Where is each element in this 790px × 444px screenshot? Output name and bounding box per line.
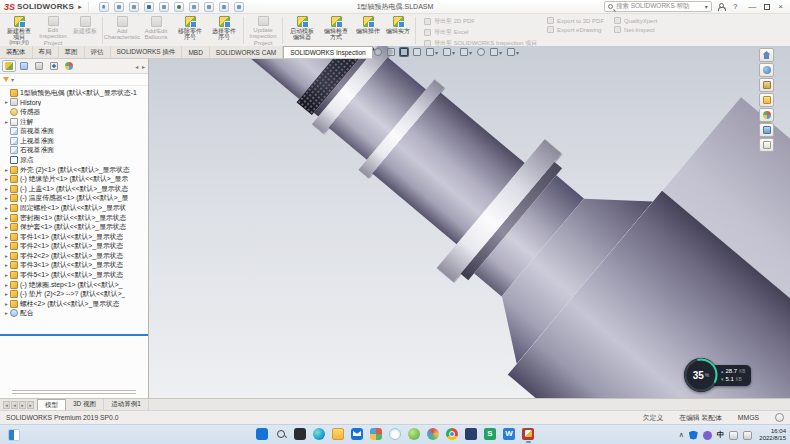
menu-flyout-icon[interactable]: ▸ bbox=[78, 3, 82, 11]
security-shield-icon[interactable] bbox=[689, 431, 698, 440]
apply-scene-dropdown-icon[interactable]: ▾ bbox=[499, 49, 502, 56]
tree-item[interactable]: ▸(-) 垫片 (2)<2> -->? (默认<<默认>_ bbox=[0, 289, 148, 299]
tree-item[interactable]: ▸零件3<1> (默认<<默认>_显示状态 bbox=[0, 261, 148, 271]
ribbon-button-launch-template-editor[interactable]: 启动模板编辑器 bbox=[285, 15, 319, 46]
tab-SOLIDWORKS CAM[interactable]: SOLIDWORKS CAM bbox=[210, 46, 283, 58]
status-tag-icon[interactable] bbox=[775, 413, 784, 422]
view-tab-3D 视图[interactable]: 3D 视图 bbox=[66, 399, 104, 410]
tree-item[interactable]: ▸(-) 绝缘圈.step<1> (默认<<默认>_ bbox=[0, 280, 148, 290]
taskpane-appearances-button[interactable] bbox=[759, 123, 774, 137]
tree-filter-row[interactable]: ▾ bbox=[0, 74, 148, 86]
save-icon[interactable] bbox=[144, 2, 154, 12]
help-button[interactable]: ? bbox=[730, 2, 740, 11]
panel-resize-handle[interactable] bbox=[12, 388, 136, 396]
search-input[interactable]: 搜索 SOLIDWORKS 帮助 ▾ bbox=[604, 1, 712, 12]
ribbon-button-select-balloons[interactable]: 选择零件序号 bbox=[207, 15, 241, 46]
section-view-button[interactable] bbox=[399, 47, 409, 57]
ribbon-button-edit-operation[interactable]: 编辑操作 bbox=[353, 15, 383, 46]
taskbar-browser-360-button[interactable] bbox=[427, 428, 439, 443]
tree-expand-icon[interactable]: ▸ bbox=[3, 282, 10, 288]
tree-expand-icon[interactable]: ▸ bbox=[3, 215, 10, 221]
previous-view-button[interactable] bbox=[386, 47, 396, 57]
hide-show-items-button[interactable]: ▾ bbox=[459, 47, 473, 57]
tree-expand-icon[interactable]: ▸ bbox=[3, 176, 10, 182]
tray-chevron-icon[interactable]: ∧ bbox=[679, 431, 684, 439]
hide-show-items-dropdown-icon[interactable]: ▾ bbox=[469, 49, 472, 56]
tree-item[interactable]: ▸零件5<1> (默认<<默认>_显示状态 bbox=[0, 270, 148, 280]
dynamic-annotation-button[interactable] bbox=[412, 47, 422, 57]
tree-item[interactable]: ▸注解 bbox=[0, 117, 148, 127]
new-document-icon[interactable] bbox=[114, 2, 124, 12]
taskbar-solidworks-button[interactable] bbox=[522, 428, 534, 443]
tree-item[interactable]: ▸螺柱<2> (默认<<默认>_显示状态 bbox=[0, 299, 148, 309]
tree-expand-icon[interactable]: ▸ bbox=[3, 262, 10, 268]
tree-expand-icon[interactable]: ▸ bbox=[3, 195, 10, 201]
taskpane-solidworks-resources-button[interactable] bbox=[759, 63, 774, 77]
tree-item[interactable]: 前视基准面 bbox=[0, 126, 148, 136]
tray-app-icon[interactable] bbox=[703, 431, 712, 440]
select-arrow-icon[interactable] bbox=[189, 2, 199, 12]
tree-expand-icon[interactable]: ▸ bbox=[3, 272, 10, 278]
taskbar-edge-button[interactable] bbox=[313, 428, 325, 443]
view-tab-模型[interactable]: 模型 bbox=[37, 399, 66, 410]
tree-item[interactable]: ▸History bbox=[0, 98, 148, 108]
tree-item[interactable]: ▸配合 bbox=[0, 309, 148, 319]
tree-expand-icon[interactable]: ▸ bbox=[3, 234, 10, 240]
taskpane-design-library-button[interactable] bbox=[759, 78, 774, 92]
view-tab-运动算例1[interactable]: 运动算例1 bbox=[104, 399, 149, 410]
ribbon-button-edit-inspection-method[interactable]: 编辑检查方式 bbox=[319, 15, 353, 46]
undo-icon[interactable] bbox=[174, 2, 184, 12]
tree-item[interactable]: ▸保护套<1> (默认<<默认>_显示状态 bbox=[0, 222, 148, 232]
login-user-icon[interactable] bbox=[717, 3, 725, 11]
filter-dropdown-icon[interactable]: ▾ bbox=[11, 76, 14, 83]
taskbar-file-explorer-button[interactable] bbox=[332, 428, 344, 443]
tree-expand-icon[interactable]: ▸ bbox=[3, 205, 10, 211]
panel-tab-property-manager[interactable] bbox=[17, 60, 31, 72]
taskbar-task-view-button[interactable] bbox=[294, 428, 306, 443]
tree-expand-icon[interactable]: ▸ bbox=[3, 167, 10, 173]
tab-布局[interactable]: 布局 bbox=[33, 46, 59, 58]
tree-expand-icon[interactable]: ▸ bbox=[3, 291, 10, 297]
tree-item[interactable]: ▸外壳 (2)<1> (默认<<默认>_显示状态 bbox=[0, 165, 148, 175]
panel-tab-display-manager[interactable] bbox=[62, 60, 76, 72]
tab-装配体[interactable]: 装配体 bbox=[0, 46, 33, 58]
view-settings-button[interactable]: ▾ bbox=[506, 47, 520, 57]
ribbon-button-remove-balloons[interactable]: 移除零件序号 bbox=[173, 15, 207, 46]
tree-expand-icon[interactable]: ▸ bbox=[3, 119, 10, 125]
taskbar-app-s-button[interactable]: S bbox=[484, 428, 496, 443]
tree-item[interactable]: 传感器 bbox=[0, 107, 148, 117]
taskbar-search-button[interactable] bbox=[275, 428, 287, 443]
panel-tabs-overflow-icon[interactable]: ◂ ▸ bbox=[135, 63, 146, 70]
display-pane-icon[interactable] bbox=[219, 2, 229, 12]
apply-scene-button[interactable]: ▾ bbox=[489, 47, 503, 57]
ribbon-button-edit-measurement[interactable]: 编辑实方 bbox=[383, 15, 413, 46]
tab-评估[interactable]: 评估 bbox=[85, 46, 111, 58]
display-style-button[interactable]: ▾ bbox=[442, 47, 456, 57]
taskbar-cloud-app-button[interactable] bbox=[389, 428, 401, 443]
tree-expand-icon[interactable]: ▸ bbox=[3, 243, 10, 249]
tree-item[interactable]: ▸(-) 绝缘垫片<1> (默认<<默认>_显示 bbox=[0, 174, 148, 184]
minimize-button[interactable]: — bbox=[745, 2, 759, 11]
tab-SOLIDWORKS 插件[interactable]: SOLIDWORKS 插件 bbox=[111, 46, 183, 58]
clock[interactable]: 16:04 2022/8/15 bbox=[759, 428, 786, 443]
taskpane-view-palette-button[interactable] bbox=[759, 108, 774, 122]
tab-SOLIDWORKS Inspection[interactable]: SOLIDWORKS Inspection bbox=[283, 46, 373, 58]
tab-MBD[interactable]: MBD bbox=[182, 46, 209, 58]
model-shaft-column[interactable] bbox=[190, 46, 790, 398]
view-orientation-button[interactable]: ▾ bbox=[425, 47, 439, 57]
volume-icon[interactable] bbox=[743, 431, 752, 440]
taskpane-file-explorer-button[interactable] bbox=[759, 93, 774, 107]
status-units[interactable]: MMGS bbox=[738, 414, 759, 421]
close-button[interactable]: × bbox=[775, 2, 786, 11]
tree-expand-icon[interactable]: ▸ bbox=[3, 301, 10, 307]
options-gear-icon[interactable] bbox=[234, 2, 244, 12]
taskbar-green-app-button[interactable] bbox=[408, 428, 420, 443]
search-dropdown-icon[interactable]: ▾ bbox=[705, 3, 708, 10]
taskpane-home-button[interactable] bbox=[759, 48, 774, 62]
rebuild-icon[interactable] bbox=[204, 2, 214, 12]
tree-expand-icon[interactable]: ▸ bbox=[3, 253, 10, 259]
ribbon-button-new-inspection-project[interactable]: 新建检查项目(imp;列) bbox=[2, 15, 36, 46]
tree-item[interactable]: ▸零件2<1> (默认<<默认>_显示状态 bbox=[0, 242, 148, 252]
taskpane-custom-properties-button[interactable] bbox=[759, 138, 774, 152]
panel-tab-dimxpert[interactable] bbox=[47, 60, 61, 72]
